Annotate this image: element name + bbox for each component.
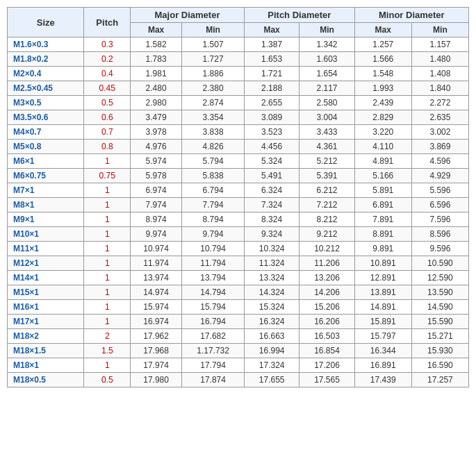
cell-size: M14×1 [8, 271, 84, 285]
cell-min-max: 1.566 [354, 52, 411, 67]
cell-pitch: 2 [84, 329, 131, 344]
cell-min-min: 1.840 [411, 81, 468, 96]
table-row: M6×0.750.755.9785.8385.4915.3915.1664.92… [8, 169, 469, 183]
cell-size: M3.5×0.6 [8, 110, 84, 125]
cell-min-min: 16.590 [411, 358, 468, 373]
table-row: M4×0.70.73.9783.8383.5233.4333.2203.002 [8, 125, 469, 140]
cell-pitch: 0.8 [84, 140, 131, 154]
cell-pitch: 1 [84, 285, 131, 300]
cell-pit-max: 1.387 [244, 37, 299, 52]
cell-min-min: 5.596 [411, 183, 468, 198]
cell-min-max: 2.439 [354, 96, 411, 110]
col-header-major: Major Diameter [131, 8, 245, 23]
cell-pit-max: 5.324 [244, 154, 299, 169]
cell-min-min: 13.590 [411, 285, 468, 300]
cell-size: M5×0.8 [8, 140, 84, 154]
cell-maj-max: 17.962 [131, 329, 182, 344]
cell-pit-min: 16.206 [299, 315, 354, 329]
table-row: M18×0.50.517.98017.87417.65517.56517.439… [8, 373, 469, 387]
cell-maj-max: 16.974 [131, 315, 182, 329]
cell-size: M8×1 [8, 198, 84, 212]
cell-maj-min: 4.826 [182, 140, 245, 154]
cell-min-min: 6.596 [411, 198, 468, 212]
cell-maj-min: 2.380 [182, 81, 245, 96]
cell-maj-min: 1.17.732 [182, 344, 245, 358]
cell-min-min: 1.408 [411, 67, 468, 81]
cell-pitch: 0.4 [84, 67, 131, 81]
cell-maj-max: 17.980 [131, 373, 182, 387]
cell-pitch: 1 [84, 212, 131, 227]
cell-pit-max: 3.523 [244, 125, 299, 140]
cell-min-max: 9.891 [354, 242, 411, 256]
cell-maj-min: 15.794 [182, 300, 245, 315]
cell-size: M17×1 [8, 315, 84, 329]
cell-pit-min: 14.206 [299, 285, 354, 300]
cell-pit-min: 3.433 [299, 125, 354, 140]
cell-maj-min: 1.507 [182, 37, 245, 52]
cell-min-max: 5.891 [354, 183, 411, 198]
cell-min-min: 12.590 [411, 271, 468, 285]
cell-pitch: 1 [84, 198, 131, 212]
cell-pitch: 1 [84, 183, 131, 198]
cell-pit-min: 1.342 [299, 37, 354, 52]
cell-maj-min: 3.354 [182, 110, 245, 125]
cell-min-min: 15.271 [411, 329, 468, 344]
cell-pit-min: 10.212 [299, 242, 354, 256]
cell-min-max: 16.891 [354, 358, 411, 373]
cell-pit-max: 8.324 [244, 212, 299, 227]
table-row: M16×1115.97415.79415.32415.20614.89114.5… [8, 300, 469, 315]
cell-maj-max: 14.974 [131, 285, 182, 300]
cell-min-max: 5.166 [354, 169, 411, 183]
table-row: M2×0.40.41.9811.8861.7211.6541.5481.408 [8, 67, 469, 81]
cell-size: M2.5×0.45 [8, 81, 84, 96]
cell-min-min: 7.596 [411, 212, 468, 227]
cell-pit-max: 17.324 [244, 358, 299, 373]
table-row: M17×1116.97416.79416.32416.20615.89115.5… [8, 315, 469, 329]
cell-maj-max: 3.479 [131, 110, 182, 125]
cell-pitch: 0.6 [84, 110, 131, 125]
cell-min-max: 16.344 [354, 344, 411, 358]
cell-min-min: 4.596 [411, 154, 468, 169]
cell-pit-min: 3.004 [299, 110, 354, 125]
cell-min-max: 15.891 [354, 315, 411, 329]
cell-pitch: 0.5 [84, 96, 131, 110]
cell-maj-min: 17.794 [182, 358, 245, 373]
cell-maj-max: 6.974 [131, 183, 182, 198]
thread-dimensions-table: Size Pitch Major Diameter Pitch Diameter… [7, 7, 469, 387]
cell-pit-max: 2.655 [244, 96, 299, 110]
cell-pit-min: 11.206 [299, 256, 354, 271]
cell-size: M4×0.7 [8, 125, 84, 140]
cell-size: M6×1 [8, 154, 84, 169]
table-row: M1.8×0.20.21.7831.7271.6531.6031.5661.48… [8, 52, 469, 67]
cell-maj-max: 4.976 [131, 140, 182, 154]
table-row: M2.5×0.450.452.4802.3802.1882.1171.9931.… [8, 81, 469, 96]
cell-pitch: 1 [84, 271, 131, 285]
cell-maj-max: 11.974 [131, 256, 182, 271]
cell-min-max: 15.797 [354, 329, 411, 344]
cell-maj-min: 14.794 [182, 285, 245, 300]
cell-maj-max: 17.974 [131, 358, 182, 373]
cell-maj-min: 16.794 [182, 315, 245, 329]
cell-pit-min: 2.580 [299, 96, 354, 110]
cell-pitch: 0.75 [84, 169, 131, 183]
cell-maj-max: 1.783 [131, 52, 182, 67]
table-row: M15×1114.97414.79414.32414.20613.89113.5… [8, 285, 469, 300]
cell-min-max: 2.829 [354, 110, 411, 125]
cell-maj-max: 15.974 [131, 300, 182, 315]
cell-min-max: 14.891 [354, 300, 411, 315]
cell-pit-min: 6.212 [299, 183, 354, 198]
cell-min-max: 17.439 [354, 373, 411, 387]
cell-maj-max: 13.974 [131, 271, 182, 285]
cell-pitch: 0.7 [84, 125, 131, 140]
cell-size: M16×1 [8, 300, 84, 315]
cell-min-max: 7.891 [354, 212, 411, 227]
cell-maj-max: 1.582 [131, 37, 182, 52]
cell-pit-min: 15.206 [299, 300, 354, 315]
cell-min-min: 9.596 [411, 242, 468, 256]
table-row: M18×1117.97417.79417.32417.20616.89116.5… [8, 358, 469, 373]
cell-size: M18×2 [8, 329, 84, 344]
cell-min-min: 8.596 [411, 227, 468, 242]
table-row: M3.5×0.60.63.4793.3543.0893.0042.8292.63… [8, 110, 469, 125]
cell-pit-max: 10.324 [244, 242, 299, 256]
cell-pitch: 0.2 [84, 52, 131, 67]
